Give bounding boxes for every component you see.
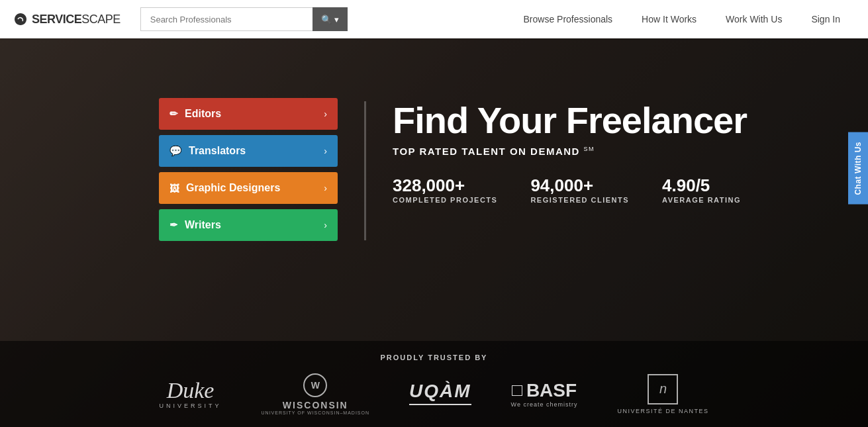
logo[interactable]: SERVICESCAPE [13, 12, 121, 26]
category-translators[interactable]: 💬 Translators › [159, 135, 338, 167]
hero-section: ✏ Editors › 💬 Translators › 🖼 Graphic De… [0, 38, 868, 427]
hero-content: ✏ Editors › 💬 Translators › 🖼 Graphic De… [0, 38, 868, 241]
nav-browse-professionals[interactable]: Browse Professionals [508, 0, 627, 38]
nantes-box: n [648, 374, 678, 404]
nav-work-with-us[interactable]: Work With Us [711, 0, 796, 38]
search-icon: 🔍 [321, 15, 332, 24]
duke-sub: University [160, 403, 222, 409]
category-editors[interactable]: ✏ Editors › [159, 98, 338, 130]
chat-with-us-button[interactable]: Chat With Us [848, 132, 868, 205]
search-dropdown-arrow: ▾ [334, 15, 339, 24]
wisconsin-logo: W WISCONSIN University of Wisconsin–Madi… [262, 373, 370, 415]
writers-icon: ✒ [169, 219, 178, 231]
editors-arrow: › [324, 109, 327, 119]
nantes-logo: n UNIVERSITÉ DE NANTES [617, 374, 708, 414]
uqam-text: UQÀM [409, 381, 471, 402]
stat-completed-label: COMPLETED PROJECTS [393, 196, 497, 204]
duke-logo: Duke University [160, 379, 222, 409]
search-button[interactable]: 🔍 ▾ [313, 7, 348, 31]
category-buttons: ✏ Editors › 💬 Translators › 🖼 Graphic De… [159, 98, 338, 241]
nav-how-it-works[interactable]: How It Works [627, 0, 711, 38]
hero-text: Find Your Freelancer TOP RATED TALENT ON… [393, 98, 747, 204]
navbar: SERVICESCAPE 🔍 ▾ Browse Professionals Ho… [0, 0, 868, 38]
nav-links: Browse Professionals How It Works Work W… [508, 0, 855, 38]
basf-box: BASF [512, 380, 577, 401]
basf-name: BASF [526, 380, 577, 401]
search-container: 🔍 ▾ [140, 7, 348, 31]
translators-arrow: › [324, 146, 327, 156]
search-input[interactable] [140, 7, 313, 31]
basf-logo: BASF We create chemistry [511, 380, 578, 408]
nantes-text: UNIVERSITÉ DE NANTES [617, 408, 708, 414]
graphic-designers-icon: 🖼 [169, 183, 179, 194]
stat-completed-projects: 328,000+ COMPLETED PROJECTS [393, 175, 497, 204]
wisconsin-sub: University of Wisconsin–Madison [262, 410, 370, 415]
wisconsin-seal: W [303, 373, 327, 397]
hero-stats: 328,000+ COMPLETED PROJECTS 94,000+ REGI… [393, 175, 747, 204]
uqam-line [409, 404, 471, 405]
writers-label: Writers [185, 219, 221, 231]
logo-icon [13, 12, 28, 26]
stat-rating-label: AVERAGE RATING [662, 196, 741, 204]
basf-sub: We create chemistry [511, 401, 578, 408]
uqam-logo: UQÀM [409, 381, 471, 407]
editors-icon: ✏ [169, 108, 178, 120]
stat-registered-clients: 94,000+ REGISTERED CLIENTS [530, 175, 629, 204]
writers-arrow: › [324, 220, 327, 230]
graphic-designers-label: Graphic Designers [186, 182, 280, 194]
translators-label: Translators [189, 145, 246, 157]
duke-name: Duke [167, 379, 215, 402]
stat-clients-label: REGISTERED CLIENTS [530, 196, 629, 204]
hero-subtitle: TOP RATED TALENT ON DEMAND SM [393, 146, 747, 157]
nav-sign-in[interactable]: Sign In [796, 0, 855, 38]
basf-square [512, 385, 522, 396]
trusted-logos: Duke University W WISCONSIN University o… [160, 373, 709, 415]
graphic-designers-arrow: › [324, 183, 327, 193]
stat-average-rating: 4.90/5 AVERAGE RATING [662, 175, 741, 204]
translators-icon: 💬 [169, 145, 182, 157]
stat-clients-number: 94,000+ [530, 175, 629, 196]
logo-brand-text: SERVICESCAPE [32, 13, 121, 26]
category-writers[interactable]: ✒ Writers › [159, 209, 338, 241]
hero-title: Find Your Freelancer [393, 101, 747, 140]
wisconsin-text: WISCONSIN [283, 400, 348, 410]
trusted-label: PROUDLY TRUSTED BY [381, 354, 488, 361]
hero-divider [364, 101, 366, 240]
editors-label: Editors [185, 108, 221, 120]
stat-rating-number: 4.90/5 [662, 175, 741, 196]
stat-completed-number: 328,000+ [393, 175, 497, 196]
trusted-section: PROUDLY TRUSTED BY Duke University W WIS… [0, 341, 868, 427]
category-graphic-designers[interactable]: 🖼 Graphic Designers › [159, 172, 338, 204]
